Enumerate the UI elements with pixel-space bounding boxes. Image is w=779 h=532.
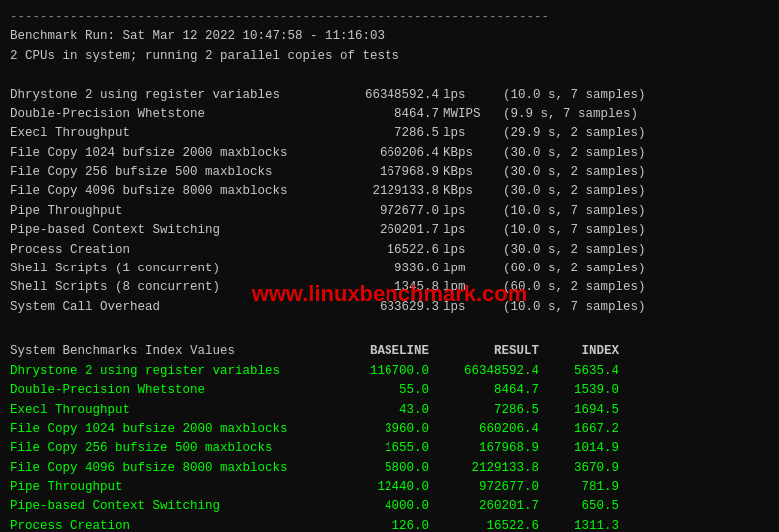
bench-label-5: File Copy 4096 bufsize 8000 maxblocks bbox=[10, 182, 320, 201]
index-row-7: Pipe-based Context Switching 4000.0 2602… bbox=[10, 497, 769, 516]
index-row-5: File Copy 4096 bufsize 8000 maxblocks 58… bbox=[10, 459, 769, 478]
index-header: System Benchmarks Index Values BASELINE … bbox=[10, 342, 769, 361]
index-baseline-5: 5800.0 bbox=[320, 459, 429, 478]
bench-row-10: Shell Scripts (8 concurrent) 1345.8 lpm … bbox=[10, 278, 769, 297]
bench-meta-5: (30.0 s, 2 samples) bbox=[499, 182, 646, 201]
bench-unit-1: MWIPS bbox=[439, 105, 499, 124]
bench-value-9: 9336.6 bbox=[320, 260, 439, 278]
bench-label-1: Double-Precision Whetstone bbox=[10, 105, 320, 124]
bench-row-4: File Copy 256 bufsize 500 maxblocks 1679… bbox=[10, 163, 769, 182]
index-row-8: Process Creation 126.0 16522.6 1311.3 bbox=[10, 517, 769, 532]
index-row-3: File Copy 1024 bufsize 2000 maxblocks 39… bbox=[10, 420, 769, 439]
benchmark-run: Benchmark Run: Sat Mar 12 2022 10:47:58 … bbox=[10, 27, 769, 46]
index-header-baseline: BASELINE bbox=[320, 342, 429, 361]
index-header-index: INDEX bbox=[539, 342, 619, 361]
bench-label-3: File Copy 1024 bufsize 2000 maxblocks bbox=[10, 144, 320, 163]
bench-row-6: Pipe Throughput 972677.0 lps (10.0 s, 7 … bbox=[10, 202, 769, 221]
bench-value-7: 260201.7 bbox=[320, 221, 439, 240]
index-label-5: File Copy 4096 bufsize 8000 maxblocks bbox=[10, 459, 320, 478]
index-result-3: 660206.4 bbox=[429, 420, 539, 439]
bench-label-6: Pipe Throughput bbox=[10, 202, 320, 221]
index-index-8: 1311.3 bbox=[539, 517, 619, 532]
bench-label-0: Dhrystone 2 using register variables bbox=[10, 86, 320, 105]
index-index-2: 1694.5 bbox=[539, 401, 619, 420]
divider-top: ----------------------------------------… bbox=[10, 8, 769, 27]
bench-row-11: System Call Overhead 633629.3 lps (10.0 … bbox=[10, 298, 769, 317]
index-result-5: 2129133.8 bbox=[429, 459, 539, 478]
index-result-4: 167968.9 bbox=[429, 439, 539, 458]
bench-unit-3: KBps bbox=[439, 144, 499, 163]
bench-value-2: 7286.5 bbox=[320, 124, 439, 143]
index-result-6: 972677.0 bbox=[429, 478, 539, 497]
bench-label-4: File Copy 256 bufsize 500 maxblocks bbox=[10, 163, 320, 182]
index-label-6: Pipe Throughput bbox=[10, 478, 320, 497]
bench-meta-1: (9.9 s, 7 samples) bbox=[499, 105, 638, 124]
bench-unit-10: lpm bbox=[439, 278, 499, 297]
index-baseline-0: 116700.0 bbox=[320, 362, 429, 381]
bench-meta-0: (10.0 s, 7 samples) bbox=[499, 86, 646, 105]
bench-value-4: 167968.9 bbox=[320, 163, 439, 182]
index-row-0: Dhrystone 2 using register variables 116… bbox=[10, 362, 769, 381]
index-row-4: File Copy 256 bufsize 500 maxblocks 1655… bbox=[10, 439, 769, 458]
bench-row-5: File Copy 4096 bufsize 8000 maxblocks 21… bbox=[10, 182, 769, 201]
bench-value-5: 2129133.8 bbox=[320, 182, 439, 201]
index-label-2: Execl Throughput bbox=[10, 401, 320, 420]
bench-row-7: Pipe-based Context Switching 260201.7 lp… bbox=[10, 221, 769, 240]
index-baseline-6: 12440.0 bbox=[320, 478, 429, 497]
bench-unit-6: lps bbox=[439, 202, 499, 221]
cpu-info: 2 CPUs in system; running 2 parallel cop… bbox=[10, 47, 769, 66]
bench-label-10: Shell Scripts (8 concurrent) bbox=[10, 278, 320, 297]
bench-unit-9: lpm bbox=[439, 260, 499, 278]
bench-meta-7: (10.0 s, 7 samples) bbox=[499, 221, 646, 240]
bench-value-0: 66348592.4 bbox=[320, 86, 439, 105]
index-result-1: 8464.7 bbox=[429, 381, 539, 400]
index-result-2: 7286.5 bbox=[429, 401, 539, 420]
index-index-3: 1667.2 bbox=[539, 420, 619, 439]
index-row-1: Double-Precision Whetstone 55.0 8464.7 1… bbox=[10, 381, 769, 400]
bench-unit-5: KBps bbox=[439, 182, 499, 201]
index-result-0: 66348592.4 bbox=[429, 362, 539, 381]
bench-unit-2: lps bbox=[439, 124, 499, 143]
bench-value-3: 660206.4 bbox=[320, 144, 439, 163]
bench-meta-2: (29.9 s, 2 samples) bbox=[499, 124, 646, 143]
bench-value-8: 16522.6 bbox=[320, 241, 439, 260]
index-baseline-1: 55.0 bbox=[320, 381, 429, 400]
index-label-8: Process Creation bbox=[10, 517, 320, 532]
index-row-6: Pipe Throughput 12440.0 972677.0 781.9 bbox=[10, 478, 769, 497]
index-index-5: 3670.9 bbox=[539, 459, 619, 478]
index-label-0: Dhrystone 2 using register variables bbox=[10, 362, 320, 381]
index-label-1: Double-Precision Whetstone bbox=[10, 381, 320, 400]
bench-meta-4: (30.0 s, 2 samples) bbox=[499, 163, 646, 182]
index-header-label: System Benchmarks Index Values bbox=[10, 342, 320, 361]
index-index-4: 1014.9 bbox=[539, 439, 619, 458]
bench-unit-7: lps bbox=[439, 221, 499, 240]
index-label-3: File Copy 1024 bufsize 2000 maxblocks bbox=[10, 420, 320, 439]
bench-label-11: System Call Overhead bbox=[10, 298, 320, 317]
index-baseline-3: 3960.0 bbox=[320, 420, 429, 439]
index-label-7: Pipe-based Context Switching bbox=[10, 497, 320, 516]
index-baseline-2: 43.0 bbox=[320, 401, 429, 420]
index-baseline-8: 126.0 bbox=[320, 517, 429, 532]
index-baseline-7: 4000.0 bbox=[320, 497, 429, 516]
blank-2 bbox=[10, 317, 769, 336]
bench-value-11: 633629.3 bbox=[320, 298, 439, 317]
bench-row-3: File Copy 1024 bufsize 2000 maxblocks 66… bbox=[10, 144, 769, 163]
terminal: ----------------------------------------… bbox=[10, 8, 769, 532]
bench-unit-11: lps bbox=[439, 298, 499, 317]
bench-meta-9: (60.0 s, 2 samples) bbox=[499, 260, 646, 278]
index-index-1: 1539.0 bbox=[539, 381, 619, 400]
bench-row-1: Double-Precision Whetstone 8464.7 MWIPS … bbox=[10, 105, 769, 124]
index-result-8: 16522.6 bbox=[429, 517, 539, 532]
bench-label-8: Process Creation bbox=[10, 241, 320, 260]
bench-value-1: 8464.7 bbox=[320, 105, 439, 124]
index-index-0: 5635.4 bbox=[539, 362, 619, 381]
bench-meta-8: (30.0 s, 2 samples) bbox=[499, 241, 646, 260]
bench-row-8: Process Creation 16522.6 lps (30.0 s, 2 … bbox=[10, 241, 769, 260]
index-header-result: RESULT bbox=[429, 342, 539, 361]
bench-row-0: Dhrystone 2 using register variables 663… bbox=[10, 86, 769, 105]
bench-value-10: 1345.8 bbox=[320, 278, 439, 297]
bench-row-2: Execl Throughput 7286.5 lps (29.9 s, 2 s… bbox=[10, 124, 769, 143]
index-result-7: 260201.7 bbox=[429, 497, 539, 516]
bench-unit-4: KBps bbox=[439, 163, 499, 182]
index-baseline-4: 1655.0 bbox=[320, 439, 429, 458]
